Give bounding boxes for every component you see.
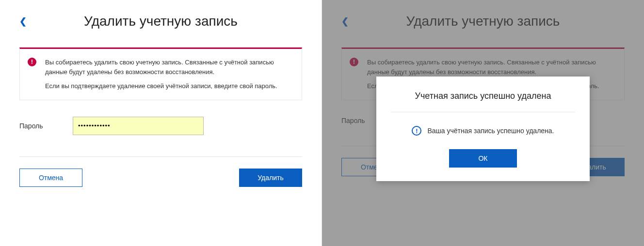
modal-title: Учетная запись успешно удалена <box>391 91 575 101</box>
password-row: Пароль <box>19 117 302 135</box>
warning-text-2: Если вы подтверждаете удаление своей учё… <box>45 81 292 91</box>
warning-text-1: Вы собираетесь удалить свою учетную запи… <box>45 58 292 77</box>
divider <box>19 156 302 157</box>
delete-account-panel-overlayed: ❮ Удалить учетную запись ! Вы собираетес… <box>322 0 644 246</box>
modal-divider <box>391 112 575 112</box>
delete-account-panel: ❮ Удалить учетную запись ! Вы собираетес… <box>0 0 322 246</box>
password-input[interactable] <box>73 117 204 135</box>
back-arrow-icon[interactable]: ❮ <box>19 16 31 27</box>
cancel-button[interactable]: Отмена <box>19 169 82 187</box>
exclamation-icon: ! <box>28 58 36 66</box>
delete-button[interactable]: Удалить <box>239 169 302 187</box>
password-label: Пароль <box>19 122 73 130</box>
success-modal: Учетная запись успешно удалена ! Ваша уч… <box>376 77 590 181</box>
modal-message: Ваша учётная запись успешно удалена. <box>427 127 554 135</box>
modal-body: ! Ваша учётная запись успешно удалена. <box>391 126 575 136</box>
info-icon: ! <box>412 126 421 136</box>
ok-button[interactable]: ОК <box>449 149 517 168</box>
panel-header: ❮ Удалить учетную запись <box>19 14 302 29</box>
page-title: Удалить учетную запись <box>31 14 290 29</box>
warning-box: ! Вы собираетесь удалить свою учетную за… <box>19 47 302 100</box>
button-row: Отмена Удалить <box>19 169 302 187</box>
